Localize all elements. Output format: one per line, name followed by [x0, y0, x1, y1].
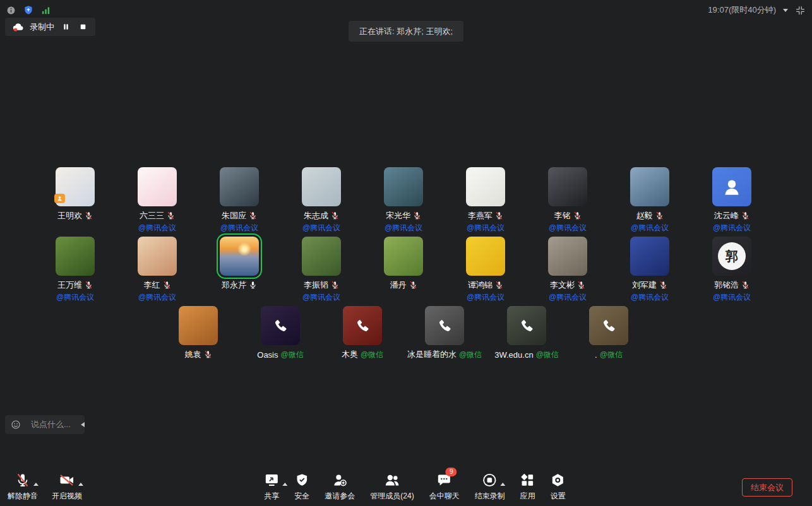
platform-label-tencent: @腾讯会议 — [138, 292, 176, 303]
caret-up-icon[interactable] — [33, 483, 39, 486]
participant-name-line: 潘丹 — [390, 280, 417, 290]
participant-tile[interactable]: 郑永芹 — [198, 237, 280, 303]
toolbar-cam-off-button[interactable]: 开启视频 — [52, 471, 82, 502]
participant-name-line: 王明欢 — [57, 211, 93, 221]
participant-avatar — [548, 167, 587, 206]
info-icon[interactable] — [6, 6, 16, 15]
participant-avatar — [630, 237, 669, 276]
participant-tile[interactable]: 李振韬@腾讯会议 — [280, 237, 362, 303]
participant-avatar — [179, 306, 218, 345]
participant-name: 李燕军 — [468, 210, 493, 221]
participant-name: 李振韬 — [304, 279, 328, 291]
participant-name-line: 王万维 — [57, 280, 93, 290]
settings-icon — [551, 473, 566, 488]
participant-tile[interactable]: 李燕军@腾讯会议 — [445, 167, 527, 233]
caret-up-icon[interactable] — [78, 483, 83, 486]
participant-avatar — [425, 306, 464, 345]
mic-on-icon — [249, 281, 257, 289]
mic-muted-icon — [409, 281, 417, 289]
participant-name: 王明欢 — [57, 210, 82, 221]
participant-name-line: .@微信 — [595, 350, 623, 360]
toolbar-members-button[interactable]: 管理成员(24) — [370, 471, 414, 502]
participant-name-line: 李红 — [144, 280, 171, 290]
participant-tile[interactable]: 郭郭铭浩@腾讯会议 — [691, 237, 773, 303]
participant-tile[interactable]: 李红@腾讯会议 — [116, 237, 198, 303]
network-signal-icon[interactable] — [41, 6, 51, 15]
participant-tile[interactable]: 谭鸿锦@腾讯会议 — [445, 237, 527, 303]
toolbar-label: 安全 — [294, 491, 309, 502]
participant-row: 王万维@腾讯会议李红@腾讯会议郑永芹李振韬@腾讯会议潘丹谭鸿锦@腾讯会议李文彬@… — [34, 237, 773, 303]
participant-tile[interactable]: 王万维@腾讯会议 — [34, 237, 116, 303]
toolbar-invite-button[interactable]: 邀请参会 — [325, 471, 355, 502]
mic-muted-icon — [495, 211, 503, 220]
participant-avatar — [220, 237, 259, 276]
meeting-timer[interactable]: 19:07(限时40分钟) — [708, 4, 776, 16]
participant-tile[interactable]: 潘丹 — [362, 237, 445, 303]
stop-recording-button[interactable] — [77, 21, 88, 33]
toolbar-label: 共享 — [264, 491, 279, 502]
participant-tile[interactable]: 姚袁 — [157, 306, 239, 360]
participant-avatar — [302, 167, 341, 206]
toolbar-apps-button[interactable]: 应用 — [520, 471, 535, 502]
mic-muted-icon — [573, 211, 582, 220]
participant-tile[interactable]: 宋光华@腾讯会议 — [362, 167, 445, 233]
participant-tile[interactable]: 朱国应@腾讯会议 — [198, 167, 280, 233]
participant-tile[interactable]: 沈云峰@腾讯会议 — [691, 167, 773, 233]
mic-muted-icon — [85, 211, 93, 220]
participant-tile[interactable]: Oasis@微信 — [239, 306, 321, 360]
apps-icon-wrap — [520, 471, 535, 488]
chat-input[interactable]: 说点什么... — [31, 419, 71, 430]
toolbar-shield-check-button[interactable]: 安全 — [294, 471, 309, 502]
bottom-toolbar: 解除静音开启视频 共享安全邀请参会管理成员(24)9会中聊天结束录制应用设置 结… — [0, 468, 812, 506]
participant-tile[interactable]: 王明欢 — [34, 167, 116, 233]
participant-tile[interactable]: 朱志成@腾讯会议 — [280, 167, 362, 233]
participant-tile[interactable]: 李铭@腾讯会议 — [527, 167, 609, 233]
connection-status-icons — [6, 5, 51, 15]
mic-muted-icon — [741, 281, 749, 289]
collapse-chat-icon[interactable] — [81, 422, 85, 427]
mic-muted-icon — [85, 281, 93, 289]
participant-tile[interactable]: 刘军建@腾讯会议 — [609, 237, 691, 303]
participant-name: 3W.edu.cn — [494, 350, 533, 360]
member-role-badge — [54, 194, 65, 203]
participant-name-line: 朱志成 — [304, 211, 339, 221]
emoji-icon[interactable] — [11, 420, 21, 430]
toolbar-settings-button[interactable]: 设置 — [551, 471, 566, 502]
participant-avatar — [220, 167, 259, 206]
participant-avatar — [302, 237, 341, 276]
platform-label-tencent: @腾讯会议 — [713, 223, 751, 233]
participant-name: 潘丹 — [390, 279, 407, 291]
mic-muted-icon — [741, 211, 749, 220]
exit-fullscreen-icon[interactable] — [795, 5, 806, 16]
participant-tile[interactable]: 木奥@微信 — [321, 306, 403, 360]
participant-tile[interactable]: 六三三@腾讯会议 — [116, 167, 198, 233]
participant-tile[interactable]: 李文彬@腾讯会议 — [527, 237, 609, 303]
active-speaker-banner: 正在讲话: 郑永芹; 王明欢; — [349, 21, 463, 42]
phone-call-icon — [425, 306, 464, 345]
topbar-right: 19:07(限时40分钟) — [708, 4, 806, 16]
participant-tile[interactable]: 赵毅@腾讯会议 — [609, 167, 691, 233]
toolbar-record-stop-button[interactable]: 结束录制 — [475, 471, 505, 502]
chevron-down-icon[interactable] — [783, 9, 788, 12]
pause-recording-button[interactable] — [60, 21, 71, 33]
unread-count-badge: 9 — [446, 468, 457, 476]
participant-tile[interactable]: 3W.edu.cn@微信 — [486, 306, 568, 360]
caret-up-icon[interactable] — [282, 483, 287, 486]
participant-name: 刘军建 — [632, 279, 657, 291]
participant-name-line: 沈云峰 — [714, 211, 749, 221]
end-meeting-button[interactable]: 结束会议 — [742, 478, 792, 497]
caret-up-icon[interactable] — [501, 483, 506, 486]
participant-name-line: 李铭 — [554, 211, 582, 221]
invite-icon — [332, 473, 347, 488]
toolbar-chat-button[interactable]: 9会中聊天 — [429, 471, 460, 502]
shield-plus-icon[interactable] — [23, 5, 33, 15]
toolbar-share-button[interactable]: 共享 — [264, 471, 279, 502]
participant-tile[interactable]: .@微信 — [568, 306, 650, 360]
participant-name-line: 木奥@微信 — [342, 350, 383, 360]
toolbar-mic-off-button[interactable]: 解除静音 — [8, 471, 38, 502]
members-icon — [384, 473, 400, 488]
participant-avatar — [138, 167, 177, 206]
participant-tile[interactable]: 冰是睡着的水@微信 — [403, 306, 486, 360]
participant-avatar — [261, 306, 300, 345]
participant-name-line: 李振韬 — [304, 280, 339, 290]
